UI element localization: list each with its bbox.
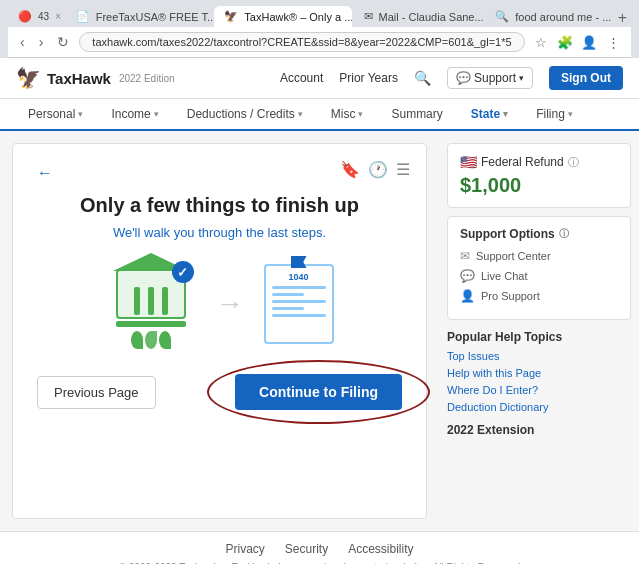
back-arrow-button[interactable]: ← [37, 164, 53, 182]
browser-tab-1[interactable]: 🔴 43 × [8, 6, 64, 27]
check-badge: ✓ [172, 261, 194, 283]
form-flag [291, 256, 307, 268]
bookmark-icon[interactable]: ☆ [531, 32, 551, 52]
tab2-label: FreeTaxUSA® FREE T... [96, 11, 213, 23]
illustration: ✓ → 1040 [37, 264, 402, 344]
bank-column-3 [162, 287, 168, 315]
search-icon[interactable]: 🔍 [414, 70, 431, 86]
extensions-icon[interactable]: 🧩 [555, 32, 575, 52]
list-icon[interactable]: ☰ [396, 160, 410, 179]
tab4-favicon: ✉ [364, 10, 373, 23]
form-line-5 [272, 314, 326, 317]
refund-label: 🇺🇸 Federal Refund ⓘ [460, 154, 618, 170]
deductions-label: Deductions / Credits [187, 107, 295, 121]
support-dropdown-button[interactable]: 💬 Support ▾ [447, 67, 533, 89]
header-nav: Account Prior Years 🔍 💬 Support ▾ Sign O… [280, 66, 623, 90]
misc-label: Misc [331, 107, 356, 121]
tab4-label: Mail - Claudia Sane... [379, 11, 484, 23]
subnav-income[interactable]: Income ▾ [99, 99, 170, 129]
pro-support-label: Pro Support [481, 290, 540, 302]
misc-chevron-icon: ▾ [358, 109, 363, 119]
browser-tab-5[interactable]: 🔍 food around me - ... × [485, 6, 611, 27]
reload-button[interactable]: ↻ [53, 32, 73, 52]
flag-icon: 🇺🇸 [460, 154, 477, 170]
help-deduction-dict[interactable]: Deduction Dictionary [447, 401, 631, 413]
chat-icon: 💬 [456, 71, 471, 85]
logo: 🦅 TaxHawk 2022 Edition [16, 66, 175, 90]
forward-button[interactable]: › [35, 32, 48, 52]
subnav-filing[interactable]: Filing ▾ [524, 99, 585, 129]
pro-support-item[interactable]: 👤 Pro Support [460, 289, 618, 303]
browser-tabs: 🔴 43 × 📄 FreeTaxUSA® FREE T... × 🦅 TaxHa… [8, 6, 631, 27]
income-label: Income [111, 107, 150, 121]
browser-tab-4[interactable]: ✉ Mail - Claudia Sane... × [354, 6, 484, 27]
page-title: Only a few things to finish up [37, 194, 402, 217]
support-info-icon: ⓘ [559, 227, 569, 241]
history-icon[interactable]: 🕐 [368, 160, 388, 179]
bank-illustration: ✓ [106, 269, 196, 339]
footer-links: Privacy Security Accessibility [10, 542, 629, 556]
summary-label: Summary [391, 107, 442, 121]
support-label: Support [474, 71, 516, 85]
pro-support-icon: 👤 [460, 289, 475, 303]
extension-title: 2022 Extension [447, 423, 631, 437]
support-options-box: Support Options ⓘ ✉ Support Center 💬 Liv… [447, 216, 631, 320]
support-center-label: Support Center [476, 250, 551, 262]
support-options-title: Support Options ⓘ [460, 227, 618, 241]
live-chat-label: Live Chat [481, 270, 527, 282]
form-1040-label: 1040 [272, 272, 326, 282]
continue-to-filing-button[interactable]: Continue to Filing [235, 374, 402, 410]
subnav-misc[interactable]: Misc ▾ [319, 99, 376, 129]
help-topics-title: Popular Help Topics [447, 330, 631, 344]
content-actions: Previous Page Continue to Filing [37, 374, 402, 410]
profile-icon[interactable]: 👤 [579, 32, 599, 52]
previous-page-button[interactable]: Previous Page [37, 376, 156, 409]
filing-label: Filing [536, 107, 565, 121]
form-line-4 [272, 307, 304, 310]
prior-years-link[interactable]: Prior Years [339, 71, 398, 85]
help-top-issues[interactable]: Top Issues [447, 350, 631, 362]
leaf-2 [145, 331, 157, 349]
subnav-personal[interactable]: Personal ▾ [16, 99, 95, 129]
support-center-item[interactable]: ✉ Support Center [460, 249, 618, 263]
tab3-favicon: 🦅 [224, 10, 238, 23]
bank-base [116, 321, 186, 327]
sub-nav: Personal ▾ Income ▾ Deductions / Credits… [0, 99, 639, 131]
live-chat-icon: 💬 [460, 269, 475, 283]
tab2-favicon: 📄 [76, 10, 90, 23]
browser-tab-2[interactable]: 📄 FreeTaxUSA® FREE T... × [66, 6, 213, 27]
leaf-1 [131, 331, 143, 349]
app-header: 🦅 TaxHawk 2022 Edition Account Prior Yea… [0, 58, 639, 99]
bookmark-content-icon[interactable]: 🔖 [340, 160, 360, 179]
security-link[interactable]: Security [285, 542, 328, 556]
arrow-right-icon: → [216, 288, 244, 320]
back-button[interactable]: ‹ [16, 32, 29, 52]
main-layout: 🔖 🕐 ☰ ← Only a few things to finish up W… [0, 131, 639, 531]
address-bar[interactable] [79, 32, 525, 52]
tab1-close[interactable]: × [55, 11, 61, 22]
privacy-link[interactable]: Privacy [225, 542, 264, 556]
new-tab-button[interactable]: + [614, 9, 631, 27]
subnav-summary[interactable]: Summary [379, 99, 454, 129]
refund-amount: $1,000 [460, 174, 618, 197]
help-this-page[interactable]: Help with this Page [447, 367, 631, 379]
subnav-deductions[interactable]: Deductions / Credits ▾ [175, 99, 315, 129]
federal-refund-label: Federal Refund [481, 155, 564, 169]
live-chat-item[interactable]: 💬 Live Chat [460, 269, 618, 283]
toolbar-icons: ☆ 🧩 👤 ⋮ [531, 32, 623, 52]
account-link[interactable]: Account [280, 71, 323, 85]
logo-icon: 🦅 [16, 66, 41, 90]
state-chevron-icon: ▾ [503, 109, 508, 119]
tab5-label: food around me - ... [515, 11, 611, 23]
help-where-enter[interactable]: Where Do I Enter? [447, 384, 631, 396]
accessibility-link[interactable]: Accessibility [348, 542, 413, 556]
signout-button[interactable]: Sign Out [549, 66, 623, 90]
deductions-chevron-icon: ▾ [298, 109, 303, 119]
subnav-state[interactable]: State ▾ [459, 99, 520, 131]
browser-tab-3[interactable]: 🦅 TaxHawk® – Only a ... × [214, 6, 351, 27]
personal-chevron-icon: ▾ [78, 109, 83, 119]
menu-icon[interactable]: ⋮ [603, 32, 623, 52]
continue-wrapper: Continue to Filing [235, 374, 402, 410]
right-sidebar: 🇺🇸 Federal Refund ⓘ $1,000 Support Optio… [439, 131, 639, 531]
bank-column-2 [148, 287, 154, 315]
